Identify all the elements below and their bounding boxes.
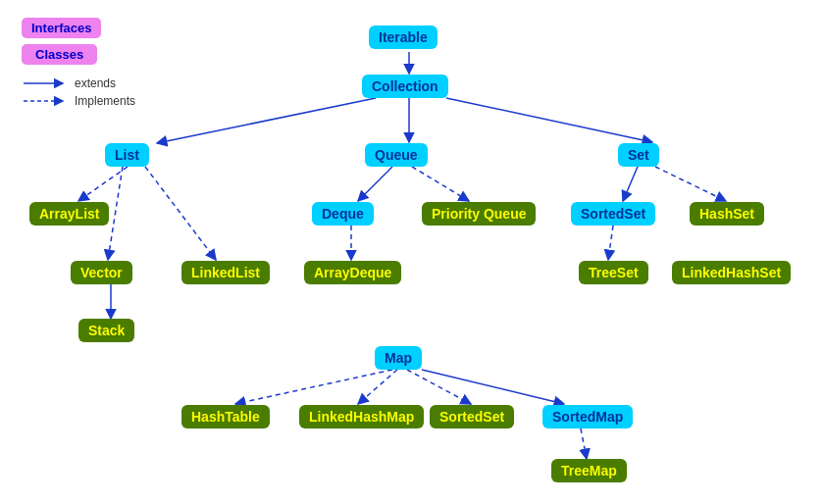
node-arraylist: ArrayList [29, 202, 109, 226]
node-iterable: Iterable [369, 25, 438, 49]
svg-line-15 [608, 226, 613, 260]
svg-line-12 [655, 167, 726, 201]
node-list: List [105, 143, 149, 167]
node-priorityqueue: Priority Queue [422, 202, 536, 226]
legend: Interfaces Classes extends [22, 18, 135, 108]
svg-line-3 [157, 98, 376, 143]
node-sortedmap: SortedMap [542, 405, 633, 428]
svg-line-5 [446, 98, 652, 142]
svg-line-6 [78, 167, 128, 201]
node-arraydeque: ArrayDeque [304, 261, 401, 284]
node-queue: Queue [365, 143, 428, 167]
svg-line-10 [412, 167, 469, 201]
svg-line-11 [623, 167, 638, 201]
svg-line-17 [358, 370, 397, 404]
node-stack: Stack [78, 319, 134, 342]
node-vector: Vector [71, 261, 132, 284]
node-linkedhashset: LinkedHashSet [672, 261, 791, 284]
svg-line-16 [235, 370, 392, 404]
node-linkedhashmap: LinkedHashMap [299, 405, 424, 428]
svg-line-9 [358, 167, 392, 201]
legend-interfaces: Interfaces [22, 18, 101, 38]
node-hashset: HashSet [690, 202, 764, 226]
node-collection: Collection [362, 75, 448, 98]
svg-line-8 [145, 167, 216, 260]
svg-line-19 [422, 370, 564, 404]
node-map: Map [375, 346, 422, 370]
svg-line-7 [108, 167, 123, 260]
node-treeset: TreeSet [579, 261, 648, 284]
node-hashtable: HashTable [181, 405, 270, 428]
node-treemap: TreeMap [551, 459, 627, 482]
legend-extends-label: extends [75, 76, 116, 90]
node-linkedlist: LinkedList [181, 261, 270, 284]
node-sortedsetmap: SortedSet [430, 405, 514, 428]
svg-line-20 [581, 428, 587, 459]
svg-line-18 [407, 370, 471, 404]
node-deque: Deque [312, 202, 374, 226]
legend-classes: Classes [22, 44, 97, 65]
node-sortedset: SortedSet [571, 202, 655, 226]
legend-implements-label: Implements [75, 94, 135, 108]
node-set: Set [618, 143, 659, 167]
diagram-container: Interfaces Classes extends [0, 0, 824, 504]
